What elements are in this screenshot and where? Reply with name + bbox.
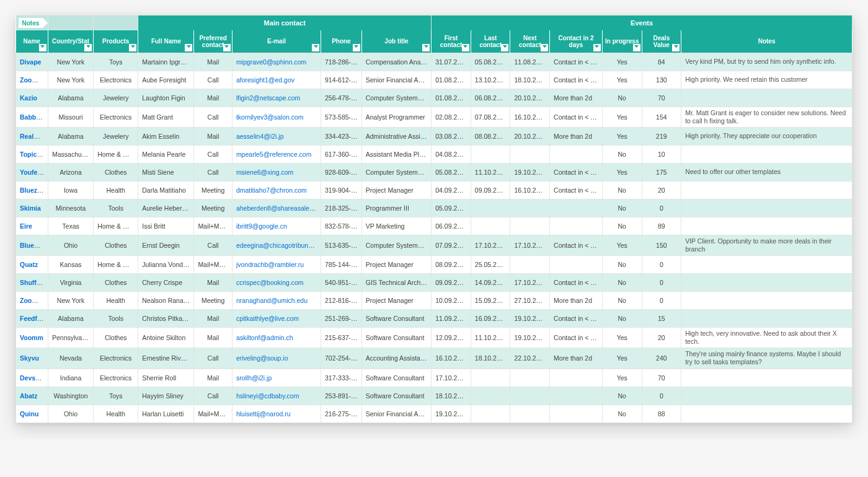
column-header-preferred[interactable]: Preferred contact — [194, 30, 232, 53]
cell-email[interactable]: mipgrave0@sphinn.com — [232, 53, 321, 71]
company-link[interactable]: Bluestorm — [20, 242, 48, 249]
cell-name[interactable]: Kazio — [16, 89, 48, 107]
column-header-name[interactable]: Name — [16, 30, 48, 53]
column-header-first_contact[interactable]: First contact — [432, 30, 471, 53]
email-link[interactable]: aforesight1@ed.gov — [236, 76, 294, 84]
column-header-notes[interactable]: Notes — [681, 30, 852, 53]
email-link[interactable]: mipgrave0@sphinn.com — [236, 58, 306, 66]
cell-name[interactable]: Babbleblab — [16, 107, 48, 127]
cell-name[interactable]: Eire — [16, 217, 48, 235]
cell-name[interactable]: Voomm — [16, 328, 48, 348]
cell-email[interactable]: mpearle5@reference.com — [232, 145, 321, 163]
filter-dropdown-icon[interactable] — [593, 44, 601, 51]
column-header-phone[interactable]: Phone — [321, 30, 362, 53]
email-link[interactable]: cpitkaithlye@live.com — [236, 315, 299, 322]
cell-name[interactable]: Abatz — [16, 387, 48, 405]
company-link[interactable]: Divape — [20, 58, 41, 66]
cell-email[interactable]: jvondrachb@rambler.ru — [232, 256, 321, 274]
column-header-email[interactable]: E-mail — [232, 30, 321, 53]
filter-dropdown-icon[interactable] — [501, 44, 508, 51]
company-link[interactable]: Babbleblab — [20, 113, 48, 121]
cell-name[interactable]: Feedfish — [16, 310, 48, 328]
cell-name[interactable]: Youfeed — [16, 163, 48, 181]
cell-email[interactable]: ibritt9@google.cn — [232, 217, 321, 235]
cell-name[interactable]: Skyvu — [16, 348, 48, 369]
column-header-full_name[interactable]: Full Name — [138, 30, 194, 53]
cell-email[interactable]: eriveling@soup.io — [232, 348, 321, 369]
cell-email[interactable]: dmatitiaho7@chron.com — [232, 181, 321, 199]
cell-email[interactable]: ccrispec@booking.com — [232, 274, 321, 292]
cell-name[interactable]: Quinu — [16, 405, 48, 422]
cell-email[interactable]: hluisettij@narod.ru — [232, 405, 321, 422]
filter-dropdown-icon[interactable] — [633, 44, 640, 51]
filter-dropdown-icon[interactable] — [84, 44, 92, 51]
email-link[interactable]: aheberden8@shareasale.com — [236, 204, 321, 212]
cell-email[interactable]: askiltonf@admin.ch — [232, 328, 321, 348]
cell-email[interactable]: hslineyi@cdbaby.com — [232, 387, 321, 405]
email-link[interactable]: hluisettij@narod.ru — [236, 410, 291, 418]
cell-email[interactable]: aesselin4@i2i.jp — [232, 127, 321, 145]
company-link[interactable]: Feedfish — [20, 315, 46, 322]
cell-name[interactable]: Quatz — [16, 256, 48, 274]
column-header-deals_value[interactable]: Deals Value — [642, 30, 681, 53]
company-link[interactable]: Voomm — [20, 334, 43, 341]
cell-name[interactable]: Skimia — [16, 199, 48, 217]
cell-email[interactable]: nranaghand@umich.edu — [232, 292, 321, 310]
company-link[interactable]: Zoomdwarf — [20, 297, 48, 304]
column-header-job[interactable]: Job title — [361, 30, 431, 53]
cell-name[interactable]: Shuffletag — [16, 274, 48, 292]
company-link[interactable]: Eire — [20, 222, 32, 230]
company-link[interactable]: Topiczoom — [20, 151, 48, 158]
company-link[interactable]: Zoomcast — [20, 76, 48, 84]
cell-email[interactable]: aheberden8@shareasale.com — [232, 199, 321, 217]
column-header-contact2d[interactable]: Contact in 2 days — [550, 30, 603, 53]
filter-dropdown-icon[interactable] — [223, 44, 231, 51]
cell-name[interactable]: Bluezoom — [16, 181, 48, 199]
filter-dropdown-icon[interactable] — [129, 44, 136, 51]
filter-dropdown-icon[interactable] — [672, 44, 680, 51]
column-header-products[interactable]: Products — [94, 30, 138, 53]
cell-email[interactable]: aforesight1@ed.gov — [232, 71, 321, 89]
notes-toggle-button[interactable]: Notes — [19, 18, 43, 28]
cell-email[interactable]: cpitkaithlye@live.com — [232, 310, 321, 328]
email-link[interactable]: srollh@i2i.jp — [236, 374, 272, 382]
filter-dropdown-icon[interactable] — [462, 44, 469, 51]
cell-email[interactable]: msiene6@xing.com — [232, 163, 321, 181]
company-link[interactable]: Abatz — [20, 392, 38, 400]
company-link[interactable]: Realmix — [20, 133, 45, 140]
email-link[interactable]: aesselin4@i2i.jp — [236, 133, 284, 140]
column-header-next_contact[interactable]: Next contact — [510, 30, 550, 53]
cell-email[interactable]: srollh@i2i.jp — [232, 369, 321, 387]
company-link[interactable]: Bluezoom — [20, 186, 48, 194]
filter-dropdown-icon[interactable] — [353, 44, 360, 51]
column-header-last_contact[interactable]: Last contact — [471, 30, 510, 53]
email-link[interactable]: nranaghand@umich.edu — [236, 297, 308, 304]
email-link[interactable]: mpearle5@reference.com — [236, 151, 312, 158]
company-link[interactable]: Skimia — [20, 204, 41, 212]
company-link[interactable]: Shuffletag — [20, 279, 48, 286]
email-link[interactable]: jvondrachb@rambler.ru — [236, 261, 304, 268]
company-link[interactable]: Kazio — [20, 94, 37, 102]
company-link[interactable]: Youfeed — [20, 168, 45, 176]
filter-dropdown-icon[interactable] — [422, 44, 430, 51]
cell-name[interactable]: Zoomcast — [16, 71, 48, 89]
filter-dropdown-icon[interactable] — [541, 44, 548, 51]
email-link[interactable]: ccrispec@booking.com — [236, 279, 304, 286]
company-link[interactable]: Skyvu — [20, 354, 39, 362]
filter-dropdown-icon[interactable] — [312, 44, 319, 51]
email-link[interactable]: tkornilyev3@salon.com — [236, 113, 304, 121]
cell-email[interactable]: edeegina@chicagotribune.com — [232, 235, 321, 255]
filter-dropdown-icon[interactable] — [39, 44, 46, 51]
email-link[interactable]: edeegina@chicagotribune.com — [236, 242, 321, 249]
company-link[interactable]: Devshare — [20, 374, 48, 382]
cell-email[interactable]: tkornilyev3@salon.com — [232, 107, 321, 127]
cell-name[interactable]: Realmix — [16, 127, 48, 145]
email-link[interactable]: hslineyi@cdbaby.com — [236, 392, 299, 400]
cell-name[interactable]: Divape — [16, 53, 48, 71]
filter-dropdown-icon[interactable] — [185, 44, 192, 51]
column-header-in_progress[interactable]: In progress — [602, 30, 642, 53]
company-link[interactable]: Quinu — [20, 410, 38, 418]
cell-name[interactable]: Topiczoom — [16, 145, 48, 163]
cell-name[interactable]: Bluestorm — [16, 235, 48, 255]
email-link[interactable]: eriveling@soup.io — [236, 354, 288, 362]
